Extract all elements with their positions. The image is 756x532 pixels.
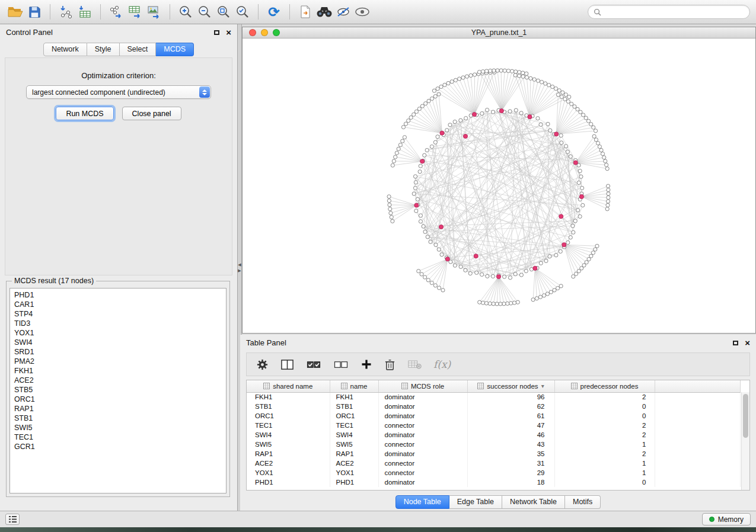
zoom-out-icon <box>197 4 212 20</box>
shared-name-cell: FKH1 <box>247 392 330 402</box>
mcds-result-list[interactable]: PHD1CAR1STP4TID3YOX1SWI4SRD1PMA2FKH1ACE2… <box>9 288 227 493</box>
table-row[interactable]: FKH1FKH1dominator962 <box>247 392 741 402</box>
column-header-mcds-role[interactable]: MCDS role <box>378 380 467 392</box>
table-row[interactable]: ORC1ORC1dominator610 <box>247 411 741 421</box>
shared-name-cell: YOX1 <box>247 468 330 477</box>
export-image-button[interactable] <box>145 2 164 21</box>
tab-motifs[interactable]: Motifs <box>565 495 601 509</box>
status-bar: Memory <box>0 511 756 527</box>
mcds-result-item[interactable]: PMA2 <box>14 357 222 366</box>
column-header-predecessor-nodes[interactable]: predecessor nodes <box>554 380 655 392</box>
control-panel: Control Panel × Network Style Select MCD… <box>0 24 238 511</box>
search-input[interactable] <box>604 8 744 16</box>
memory-label: Memory <box>718 515 744 524</box>
open-file-button[interactable] <box>6 2 25 21</box>
column-header-shared-name[interactable]: shared name <box>247 380 330 392</box>
table-row[interactable]: SWI5SWI5connector431 <box>247 440 741 449</box>
export-network-button[interactable] <box>107 2 126 21</box>
mcds-result-item[interactable]: ACE2 <box>14 376 222 385</box>
duplicate-network-button[interactable] <box>296 2 315 21</box>
table-row[interactable]: PHD1PHD1dominator180 <box>247 477 741 487</box>
style-preview-button[interactable] <box>334 2 353 21</box>
filler-cell <box>655 449 741 459</box>
import-table-button[interactable] <box>75 2 94 21</box>
tab-style[interactable]: Style <box>87 43 120 56</box>
column-header-successor-nodes[interactable]: successor nodes ▾ <box>467 380 554 392</box>
criterion-dropdown-value: largest connected component (undirected) <box>32 88 165 97</box>
tab-node-table[interactable]: Node Table <box>395 495 449 509</box>
sort-direction-icon: ▾ <box>541 383 544 389</box>
tab-mcds[interactable]: MCDS <box>156 43 194 56</box>
maximize-window-icon[interactable] <box>273 29 280 36</box>
mcds-result-item[interactable]: GCR1 <box>14 442 222 451</box>
close-panel-icon[interactable]: × <box>226 28 231 37</box>
find-button[interactable] <box>315 2 334 21</box>
table-row[interactable]: ACE2ACE2connector311 <box>247 459 741 468</box>
criterion-dropdown[interactable]: largest connected component (undirected) <box>26 85 211 99</box>
table-row[interactable]: SWI4SWI4dominator462 <box>247 430 741 440</box>
export-table-button[interactable] <box>126 2 145 21</box>
minimize-window-icon[interactable] <box>261 29 268 36</box>
mcds-result-item[interactable]: STB1 <box>14 414 222 423</box>
close-table-panel-icon[interactable]: × <box>745 338 750 347</box>
mcds-result-item[interactable]: PHD1 <box>14 290 222 300</box>
run-mcds-button[interactable]: Run MCDS <box>56 107 113 120</box>
collapse-left-icon[interactable]: ◀ <box>238 262 241 267</box>
status-menu-button[interactable] <box>5 514 20 525</box>
refresh-button[interactable]: ⟳ <box>264 2 283 21</box>
unselect-all-button[interactable] <box>333 357 349 371</box>
mcds-result-item[interactable]: TID3 <box>14 319 222 328</box>
zoom-out-button[interactable] <box>195 2 214 21</box>
tab-select[interactable]: Select <box>120 43 157 56</box>
scrollbar-thumb[interactable] <box>743 394 748 438</box>
table-scrollbar[interactable] <box>741 392 749 490</box>
mcds-result-item[interactable]: SRD1 <box>14 347 222 357</box>
successor-nodes-cell: 47 <box>467 421 554 430</box>
mcds-result-item[interactable]: RAP1 <box>14 404 222 414</box>
close-panel-button[interactable]: Close panel <box>122 107 181 120</box>
collapse-right-icon[interactable]: ▶ <box>238 268 241 273</box>
delete-column-button[interactable] <box>384 357 395 371</box>
tab-network-table[interactable]: Network Table <box>502 495 565 509</box>
main-toolbar: ⟳ <box>0 0 756 24</box>
save-session-button[interactable] <box>25 2 44 21</box>
float-panel-icon[interactable] <box>214 30 219 35</box>
predecessor-nodes-cell: 0 <box>554 402 655 411</box>
import-network-button[interactable] <box>56 2 75 21</box>
table-row[interactable]: RAP1RAP1dominator352 <box>247 449 741 459</box>
mcds-result-item[interactable]: TEC1 <box>14 432 222 442</box>
float-table-panel-icon[interactable] <box>733 341 738 345</box>
columns-icon <box>280 358 294 371</box>
add-column-button[interactable] <box>361 357 372 371</box>
zoom-selected-button[interactable] <box>233 2 252 21</box>
table-row[interactable]: YOX1YOX1connector291 <box>247 468 741 477</box>
mcds-result-item[interactable]: FKH1 <box>14 366 222 376</box>
zoom-in-button[interactable] <box>176 2 195 21</box>
mcds-result-item[interactable]: STB5 <box>14 385 222 395</box>
mcds-result-item[interactable]: SWI4 <box>14 338 222 347</box>
table-settings-button[interactable] <box>256 357 269 371</box>
mcds-result-item[interactable]: CAR1 <box>14 300 222 309</box>
table-row[interactable]: STB1STB1dominator620 <box>247 402 741 411</box>
close-window-icon[interactable] <box>249 29 256 36</box>
import-table-icon <box>77 5 92 19</box>
mcds-result-item[interactable]: YOX1 <box>14 328 222 338</box>
tab-network[interactable]: Network <box>43 43 87 56</box>
column-header-name[interactable]: name <box>330 380 378 392</box>
select-all-button[interactable] <box>306 357 321 371</box>
tab-edge-table[interactable]: Edge Table <box>449 495 502 509</box>
node-table-grid: shared name name <box>247 380 741 487</box>
network-canvas[interactable] <box>243 39 755 333</box>
table-row[interactable]: TEC1TEC1connector472 <box>247 421 741 430</box>
network-window-titlebar[interactable]: YPA_prune.txt_1 <box>243 27 755 39</box>
memory-button[interactable]: Memory <box>702 513 751 525</box>
mcds-result-item[interactable]: SWI5 <box>14 423 222 432</box>
name-cell: SWI4 <box>330 430 378 440</box>
show-graphics-button[interactable] <box>353 2 372 21</box>
mcds-result-item[interactable]: STP4 <box>14 309 222 319</box>
column-sort-icon <box>571 383 578 389</box>
zoom-fit-button[interactable] <box>214 2 233 21</box>
show-columns-button[interactable] <box>280 357 294 371</box>
toolbar-search[interactable] <box>588 5 750 19</box>
mcds-result-item[interactable]: ORC1 <box>14 395 222 404</box>
